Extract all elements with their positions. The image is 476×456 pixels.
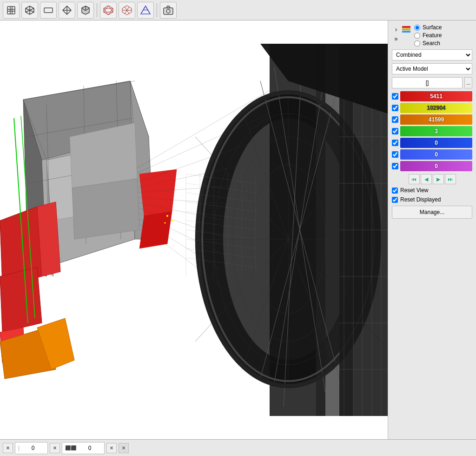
manage-button[interactable]: Manage... [392, 206, 472, 219]
points-input-item: ⬛⬛ [62, 442, 105, 454]
separator-1 [97, 3, 97, 17]
svg-point-86 [166, 215, 168, 217]
filter-input-row: ... [392, 77, 472, 88]
nav-prev-button[interactable]: ◀ [421, 174, 432, 184]
color-bar-0[interactable]: 5411 [400, 91, 472, 101]
main-area: › » Surface [0, 20, 476, 439]
color-row-2: 41599 [392, 114, 472, 125]
nav-first-button[interactable]: ⏮ [409, 174, 420, 184]
status-x-button-1[interactable]: × [3, 443, 13, 453]
color-checkbox-6[interactable] [392, 163, 398, 169]
line-count-input[interactable] [21, 445, 45, 451]
svg-marker-69 [139, 169, 177, 216]
svg-line-18 [104, 6, 108, 12]
color-row-0: 5411 [392, 91, 472, 101]
color-row-5: 0 [392, 149, 472, 160]
active-model-dropdown-row: Active Model All Models [392, 63, 472, 74]
color-bar-5[interactable]: 0 [400, 149, 472, 160]
surface-icon [402, 25, 410, 34]
color-bar-6[interactable]: 0 [400, 161, 472, 171]
svg-rect-9 [44, 8, 53, 13]
chevron-right-top[interactable]: › [392, 25, 400, 34]
filter-input[interactable] [392, 77, 463, 88]
isometric-button[interactable] [21, 2, 38, 19]
line-input-item: | [15, 442, 48, 454]
toolbar [0, 0, 476, 20]
color-bar-1[interactable]: 102904 [400, 103, 472, 113]
color-checkbox-3[interactable] [392, 128, 398, 134]
chevron-double-right[interactable]: » [392, 34, 400, 43]
box-view-button[interactable] [3, 2, 20, 19]
display-type-radio-group: Surface Feature Search [414, 24, 442, 47]
svg-marker-126 [72, 179, 139, 239]
color-bar-4[interactable]: 0 [400, 138, 472, 148]
active-model-select[interactable]: Active Model All Models [392, 63, 472, 74]
color-row-6: 0 [392, 161, 472, 171]
status-x-button-4[interactable]: × [119, 443, 129, 453]
color-checkbox-4[interactable] [392, 140, 398, 146]
surface-radio-label: Surface [423, 24, 442, 31]
reset-displayed-label: Reset Displayed [400, 196, 441, 203]
filter-dots-button[interactable]: ... [464, 77, 472, 88]
reset-view-label: Reset View [400, 187, 428, 194]
svg-line-23 [108, 8, 113, 15]
navigation-buttons: ⏮ ◀ ▶ ⏭ [392, 174, 472, 184]
combined-select[interactable]: Combined Individual [392, 49, 472, 60]
svg-point-88 [165, 222, 166, 224]
panel-icons [402, 25, 410, 34]
status-x-button-3[interactable]: × [106, 443, 117, 453]
color-row-3: 3 [392, 126, 472, 136]
reset-view-checkbox[interactable] [392, 188, 398, 194]
svg-rect-130 [402, 31, 410, 33]
diamond-button[interactable] [59, 2, 75, 19]
svg-rect-129 [402, 28, 410, 30]
color-bar-3[interactable]: 3 [400, 126, 472, 136]
svg-rect-128 [402, 26, 410, 28]
right-panel: › » Surface [388, 20, 476, 439]
color-checkbox-0[interactable] [392, 93, 398, 100]
svg-point-87 [171, 220, 173, 221]
color-bar-2[interactable]: 41599 [400, 114, 472, 125]
camera-button[interactable] [160, 2, 177, 19]
color-row-4: 0 [392, 138, 472, 148]
search-radio-label: Search [423, 40, 440, 47]
wireframe-button[interactable] [100, 2, 117, 19]
reset-displayed-row[interactable]: Reset Displayed [392, 196, 472, 203]
svg-line-22 [104, 8, 108, 15]
color-checkbox-1[interactable] [392, 105, 398, 111]
reset-view-row[interactable]: Reset View [392, 187, 472, 194]
color-row-1: 102904 [392, 103, 472, 113]
svg-line-19 [108, 6, 113, 12]
mesh-button[interactable] [119, 2, 135, 19]
panel-header: › » Surface [392, 24, 472, 47]
points-count-input[interactable] [78, 445, 101, 451]
status-x-button-2[interactable]: × [50, 443, 60, 453]
cube-button[interactable] [77, 2, 94, 19]
nav-last-button[interactable]: ⏭ [445, 174, 456, 184]
svg-rect-32 [164, 8, 173, 14]
color-checkbox-2[interactable] [392, 116, 398, 123]
svg-rect-0 [7, 7, 15, 14]
search-radio[interactable] [414, 40, 420, 47]
color-rows-container: 5411 102904 41599 3 [392, 91, 472, 171]
svg-marker-70 [139, 211, 172, 248]
color-checkbox-5[interactable] [392, 151, 398, 158]
status-bar: × | × ⬛⬛ × × [0, 439, 476, 456]
surface-radio[interactable] [414, 25, 420, 31]
line-divider-left: | [18, 445, 20, 451]
search-radio-item[interactable]: Search [414, 40, 442, 47]
feature-radio[interactable] [414, 33, 420, 39]
surface-radio-item[interactable]: Surface [414, 24, 442, 31]
feature-radio-item[interactable]: Feature [414, 32, 442, 39]
svg-marker-34 [166, 6, 170, 8]
nav-next-button[interactable]: ▶ [433, 174, 444, 184]
plane-button[interactable] [40, 2, 57, 19]
reset-displayed-checkbox[interactable] [392, 197, 398, 203]
separator-2 [157, 3, 157, 17]
combined-dropdown-row: Combined Individual [392, 49, 472, 60]
viewport[interactable] [0, 20, 388, 439]
triangle-button[interactable] [137, 2, 154, 19]
feature-radio-label: Feature [423, 32, 442, 39]
svg-marker-67 [0, 267, 42, 332]
points-icon: ⬛⬛ [65, 445, 76, 450]
